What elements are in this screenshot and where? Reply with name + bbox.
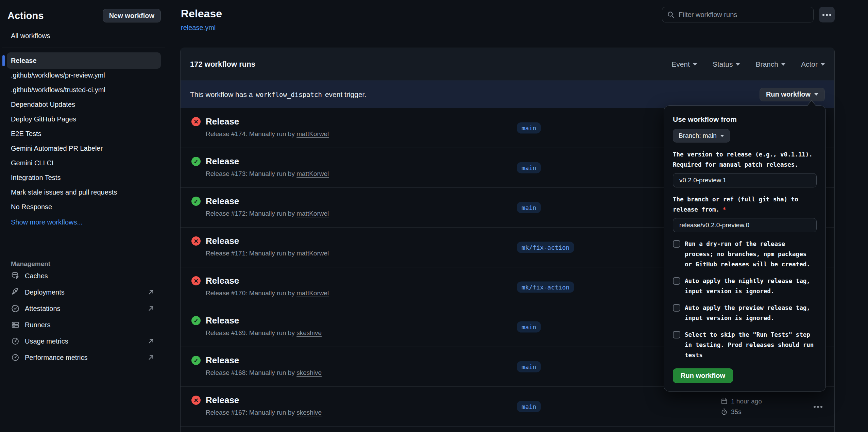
meter-icon	[11, 337, 20, 346]
run-kebab-menu-button[interactable]	[811, 399, 826, 414]
cache-icon	[11, 271, 20, 280]
run-workflow-dropdown-button[interactable]: Run workflow	[760, 88, 825, 101]
arrow-up-right-icon	[147, 304, 155, 313]
chevron-down-icon	[736, 63, 740, 66]
checkbox[interactable]	[673, 304, 680, 312]
actor-link[interactable]: mattKorwel	[296, 210, 329, 217]
sidebar-item-workflow[interactable]: .github/workflows/pr-review.yml	[7, 68, 161, 83]
sidebar-item-workflow[interactable]: Release	[7, 52, 161, 69]
sidebar-item-management[interactable]: Performance metrics	[0, 349, 169, 366]
input-field-group: The version to release (e.g., v0.1.11). …	[673, 149, 817, 187]
checkbox[interactable]	[673, 240, 680, 248]
run-title[interactable]: Release	[206, 196, 329, 206]
run-workflow-popup: Use workflow from Branch: main The versi…	[664, 105, 826, 392]
run-count: 172 workflow runs	[190, 60, 255, 69]
filter-workflow-runs-input[interactable]	[662, 7, 814, 22]
checkbox-label: Auto apply the preview release tag, inpu…	[685, 303, 815, 323]
branch-badge[interactable]: main	[517, 361, 541, 372]
run-status-icon	[191, 316, 201, 325]
actor-link[interactable]: skeshive	[296, 329, 322, 336]
run-description: Release #168: Manually run by skeshive	[206, 369, 322, 377]
actor-link[interactable]: mattKorwel	[296, 289, 329, 297]
workflow-run-row[interactable]: Release Release #167: Manually run by sk…	[181, 387, 834, 427]
filter-field	[662, 7, 814, 22]
sidebar-item-management[interactable]: Usage metrics	[0, 333, 169, 349]
filter-dropdown[interactable]: Status	[713, 60, 740, 68]
sidebar-item-workflow[interactable]: Gemini CLI CI	[7, 156, 161, 170]
workflow-text-input[interactable]	[673, 218, 817, 232]
actor-link[interactable]: mattKorwel	[296, 130, 329, 137]
run-title[interactable]: Release	[206, 156, 329, 167]
sidebar: Actions New workflow All workflows Relea…	[0, 0, 169, 432]
show-more-workflows-link[interactable]: Show more workflows...	[11, 218, 169, 226]
checkbox[interactable]	[673, 277, 680, 285]
sidebar-item-workflow[interactable]: Dependabot Updates	[7, 97, 161, 112]
sidebar-item-management[interactable]: Caches	[0, 268, 169, 284]
sidebar-item-management[interactable]: Attestations	[0, 300, 169, 317]
required-asterisk: *	[722, 206, 726, 213]
chevron-down-icon	[693, 63, 697, 66]
sidebar-item-workflow[interactable]: Integration Tests	[7, 170, 161, 185]
filter-dropdown[interactable]: Branch	[755, 60, 785, 68]
actor-link[interactable]: skeshive	[296, 369, 322, 376]
run-description: Release #172: Manually run by mattKorwel	[206, 210, 329, 217]
branch-selector-button[interactable]: Branch: main	[673, 129, 730, 143]
branch-badge[interactable]: main	[517, 202, 541, 213]
run-title[interactable]: Release	[206, 276, 329, 286]
branch-badge[interactable]: main	[517, 162, 541, 173]
workflow-dispatch-banner: This workflow has a workflow_dispatch ev…	[181, 81, 834, 108]
workflow-label: .github/workflows/pr-review.yml	[11, 71, 105, 79]
workflow-label: E2E Tests	[11, 130, 41, 138]
sidebar-item-workflow[interactable]: Gemini Automated PR Labeler	[7, 141, 161, 156]
filter-dropdown[interactable]: Actor	[801, 60, 825, 68]
sidebar-item-workflow[interactable]: .github/workflows/trusted-ci.yml	[7, 83, 161, 97]
management-heading: Management	[11, 260, 169, 268]
branch-badge[interactable]: main	[517, 401, 541, 412]
kebab-icon	[817, 406, 819, 408]
workflow-label: Deploy GitHub Pages	[11, 115, 76, 123]
workflow-kebab-menu-button[interactable]	[819, 7, 835, 22]
run-title[interactable]: Release	[206, 315, 322, 326]
sidebar-item-workflow[interactable]: Deploy GitHub Pages	[7, 112, 161, 127]
run-title[interactable]: Release	[206, 116, 329, 127]
run-title[interactable]: Release	[206, 395, 322, 405]
run-title[interactable]: Release	[206, 355, 322, 366]
sidebar-item-management[interactable]: Runners	[0, 317, 169, 333]
checkbox-row: Auto apply the nightly release tag, inpu…	[673, 276, 817, 296]
branch-badge[interactable]: mk/fix-action	[517, 242, 574, 253]
workflow-file-link[interactable]: release.yml	[181, 24, 216, 32]
new-workflow-button[interactable]: New workflow	[103, 9, 161, 22]
filter-dropdown[interactable]: Event	[671, 60, 697, 68]
checkbox[interactable]	[673, 331, 680, 338]
checkbox-label: Run a dry-run of the release process; no…	[685, 239, 815, 269]
branch-badge[interactable]: mk/fix-action	[517, 282, 574, 293]
actor-link[interactable]: mattKorwel	[296, 250, 329, 257]
sidebar-item-workflow[interactable]: Mark stale issues and pull requests	[7, 185, 161, 200]
run-description: Release #170: Manually run by mattKorwel	[206, 289, 329, 297]
sidebar-item-management[interactable]: Deployments	[0, 284, 169, 300]
workflow-text-input[interactable]	[673, 173, 817, 187]
actor-link[interactable]: mattKorwel	[296, 170, 329, 177]
branch-badge[interactable]: main	[517, 122, 541, 134]
popup-fields: The version to release (e.g., v0.1.11). …	[673, 149, 817, 232]
run-filters: Event Status Branch	[671, 60, 825, 68]
arrow-up-right-icon	[147, 353, 155, 362]
branch-badge[interactable]: main	[517, 321, 541, 333]
run-title[interactable]: Release	[206, 236, 329, 246]
checkbox-row: Select to skip the "Run Tests" step in t…	[673, 330, 817, 360]
run-status-icon	[191, 117, 201, 126]
run-status-icon	[191, 356, 201, 365]
meter-icon	[11, 353, 20, 362]
run-status-icon	[191, 396, 201, 405]
page-title: Release	[181, 7, 222, 20]
run-workflow-submit-button[interactable]: Run workflow	[673, 368, 733, 383]
sidebar-item-workflow[interactable]: No Response	[7, 200, 161, 214]
sidebar-item-workflow[interactable]: E2E Tests	[7, 127, 161, 141]
sidebar-item-all-workflows[interactable]: All workflows	[11, 32, 169, 40]
run-status-icon	[191, 276, 201, 285]
run-description: Release #169: Manually run by skeshive	[206, 329, 322, 337]
actor-link[interactable]: skeshive	[296, 409, 322, 416]
workflow-label: Integration Tests	[11, 174, 61, 182]
rocket-icon	[11, 288, 20, 297]
popup-heading: Use workflow from	[673, 115, 817, 123]
